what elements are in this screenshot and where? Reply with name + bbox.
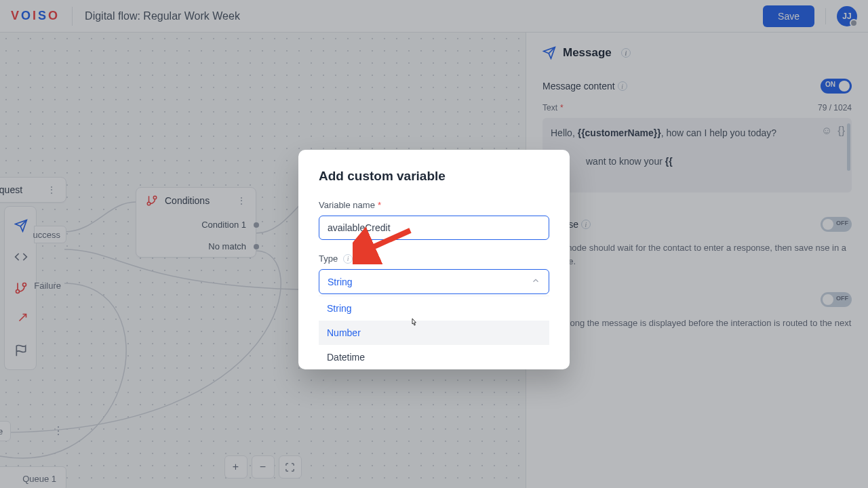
type-select[interactable]: String xyxy=(319,269,549,294)
type-label: Type i xyxy=(319,253,549,264)
modal-title: Add custom variable xyxy=(319,169,549,184)
type-option-datetime[interactable]: Datetime xyxy=(319,345,549,369)
type-dropdown: String Number Datetime xyxy=(319,296,549,369)
chevron-up-icon xyxy=(531,276,540,287)
type-option-string[interactable]: String xyxy=(319,296,549,321)
add-variable-modal: Add custom variable Variable name* Type … xyxy=(298,150,570,369)
variable-name-input[interactable] xyxy=(319,216,549,240)
variable-name-label: Variable name* xyxy=(319,200,549,210)
type-option-number[interactable]: Number xyxy=(319,321,549,345)
info-icon[interactable]: i xyxy=(343,254,353,264)
